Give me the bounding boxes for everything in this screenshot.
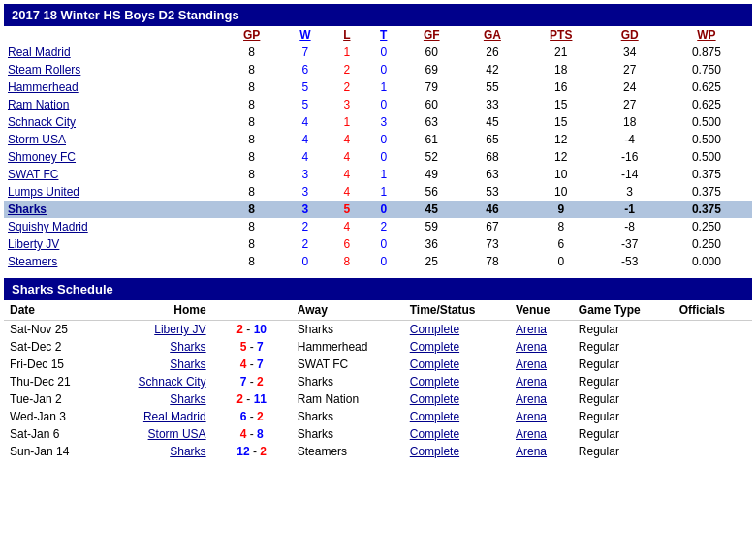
standings-row: Storm USA 8 4 4 0 61 65 12 -4 0.500 [4,131,752,148]
team-name[interactable]: Sharks [4,201,221,218]
team-name[interactable]: Schnack City [4,113,221,131]
game-status[interactable]: Complete [404,321,510,339]
game-venue[interactable]: Arena [510,390,573,408]
standings-row: Sharks 8 3 5 0 45 46 9 -1 0.375 [4,201,752,218]
schedule-header-row: Date Home Away Time/Status Venue Game Ty… [4,300,752,321]
game-officials [674,408,752,425]
team-t: 0 [365,253,402,270]
game-status[interactable]: Complete [404,425,510,443]
game-away: Sharks [292,373,404,390]
game-home[interactable]: Sharks [103,356,211,373]
game-type: Regular [573,321,674,339]
team-gp: 8 [221,96,282,113]
team-t: 0 [365,131,402,148]
team-gf: 59 [402,218,461,235]
main-container: 2017 18 Winter HS Boys D2 Standings GP W… [0,0,756,464]
schedule-title: Sharks Schedule [4,278,752,300]
team-name[interactable]: Shmoney FC [4,148,221,166]
game-home[interactable]: Sharks [103,390,211,408]
sched-col-gametype: Game Type [573,300,674,321]
game-status[interactable]: Complete [404,373,510,390]
team-pts: 12 [523,148,599,166]
team-w: 2 [282,235,329,253]
game-officials [674,425,752,443]
team-pts: 15 [523,96,599,113]
team-name[interactable]: Real Madrid [4,44,221,61]
game-score: 4 - 7 [212,356,292,373]
team-name[interactable]: Steamers [4,253,221,270]
team-name[interactable]: Lumps United [4,183,221,201]
game-status[interactable]: Complete [404,356,510,373]
game-type: Regular [573,390,674,408]
game-score: 6 - 2 [212,408,292,425]
team-t: 1 [365,78,402,96]
team-w: 6 [282,61,329,78]
game-officials [674,338,752,356]
sched-col-home: Home [103,300,211,321]
standings-row: Schnack City 8 4 1 3 63 45 15 18 0.500 [4,113,752,131]
game-venue[interactable]: Arena [510,373,573,390]
team-gd: -1 [599,201,661,218]
game-officials [674,321,752,339]
game-type: Regular [573,338,674,356]
game-venue[interactable]: Arena [510,408,573,425]
team-name[interactable]: Squishy Madrid [4,218,221,235]
team-name[interactable]: Liberty JV [4,235,221,253]
team-pts: 10 [523,183,599,201]
team-gf: 63 [402,113,461,131]
game-venue[interactable]: Arena [510,443,573,460]
team-gf: 45 [402,201,461,218]
team-t: 0 [365,148,402,166]
team-name[interactable]: Steam Rollers [4,61,221,78]
team-w: 7 [282,44,329,61]
game-venue[interactable]: Arena [510,321,573,339]
game-venue[interactable]: Arena [510,425,573,443]
team-wp: 0.375 [661,183,752,201]
team-t: 1 [365,183,402,201]
team-pts: 8 [523,218,599,235]
game-home[interactable]: Sharks [103,443,211,460]
game-home[interactable]: Sharks [103,338,211,356]
standings-row: Squishy Madrid 8 2 4 2 59 67 8 -8 0.250 [4,218,752,235]
team-name[interactable]: Hammerhead [4,78,221,96]
team-l: 8 [329,253,365,270]
team-w: 3 [282,201,329,218]
team-pts: 15 [523,113,599,131]
game-venue[interactable]: Arena [510,338,573,356]
game-status[interactable]: Complete [404,338,510,356]
team-ga: 68 [461,148,523,166]
game-away: Sharks [292,408,404,425]
game-home[interactable]: Storm USA [103,425,211,443]
team-name[interactable]: Ram Nation [4,96,221,113]
game-status[interactable]: Complete [404,443,510,460]
team-wp: 0.625 [661,96,752,113]
game-home[interactable]: Schnack City [103,373,211,390]
game-officials [674,443,752,460]
team-pts: 16 [523,78,599,96]
team-ga: 45 [461,113,523,131]
game-status[interactable]: Complete [404,408,510,425]
team-name[interactable]: SWAT FC [4,166,221,183]
game-score: 5 - 7 [212,338,292,356]
game-home[interactable]: Liberty JV [103,321,211,339]
standings-row: Liberty JV 8 2 6 0 36 73 6 -37 0.250 [4,235,752,253]
game-venue[interactable]: Arena [510,356,573,373]
standings-row: SWAT FC 8 3 4 1 49 63 10 -14 0.375 [4,166,752,183]
game-score: 4 - 8 [212,425,292,443]
standings-section: 2017 18 Winter HS Boys D2 Standings GP W… [4,4,752,270]
game-status[interactable]: Complete [404,390,510,408]
game-home[interactable]: Real Madrid [103,408,211,425]
team-name[interactable]: Storm USA [4,131,221,148]
game-date: Wed-Jan 3 [4,408,103,425]
sched-col-away: Away [292,300,404,321]
team-gd: -8 [599,218,661,235]
game-away: Ram Nation [292,390,404,408]
game-officials [674,390,752,408]
team-l: 6 [329,235,365,253]
team-pts: 9 [523,201,599,218]
game-date: Sat-Dec 2 [4,338,103,356]
team-gp: 8 [221,218,282,235]
game-away: Sharks [292,425,404,443]
team-pts: 12 [523,131,599,148]
team-gf: 61 [402,131,461,148]
